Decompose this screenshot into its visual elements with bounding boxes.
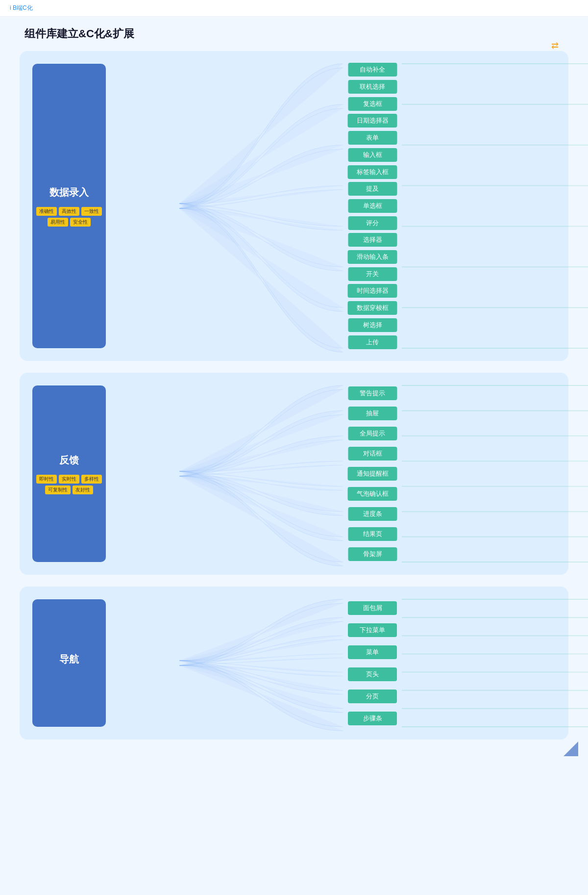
ftag-2: 多样性: [81, 475, 102, 484]
tag-0: 准确性: [36, 207, 57, 216]
breadcrumb: i B端C化: [10, 4, 33, 11]
btn-message[interactable]: 全局提示: [348, 427, 397, 440]
btn-drawer[interactable]: 抽屉: [348, 407, 397, 420]
flow-area-3: 面包屑 下拉菜单 菜单 页头 分页 步骤条 补充导航 可点击 快速导航 数据显示…: [106, 594, 588, 732]
flow-area-2: 警告提示 抽屉 全局提示 对话框 通知提醒框 气泡确认框 进度条 结果页 骨架屏…: [106, 381, 588, 567]
btn-taginput[interactable]: 标签输入框: [348, 165, 397, 179]
left-block-navigation: 导航: [32, 599, 106, 727]
section-title-feedback: 反馈: [59, 454, 79, 467]
tag-2: 一致性: [81, 207, 102, 216]
btn-transfer[interactable]: 数据穿梭框: [348, 301, 397, 315]
btn-slider[interactable]: 滑动输入条: [348, 250, 397, 264]
buttons-col-3: 面包屑 下拉菜单 菜单 页头 分页 步骤条: [348, 594, 397, 732]
btn-form[interactable]: 表单: [348, 131, 397, 145]
top-bar: i B端C化: [0, 0, 588, 17]
ftag-3: 可复制性: [45, 486, 71, 494]
tag-3: 易用性: [48, 218, 68, 227]
sankey-canvas-3: [106, 594, 588, 732]
section-feedback: 反馈 即时性 实时性 多样性 可复制性 友好性 警告提示 抽屉 全局提示 对话框…: [20, 373, 568, 575]
btn-notification[interactable]: 通知提醒框: [348, 467, 397, 481]
page-title: 组件库建立&C化&扩展: [0, 17, 588, 46]
btn-pagination[interactable]: 分页: [348, 690, 397, 703]
sankey-canvas-2: [106, 381, 588, 567]
buttons-col-1: 自动补全 联机选择 复选框 日期选择器 表单 输入框 标签输入框 提及 单选框 …: [348, 59, 397, 353]
ftag-0: 即时性: [36, 475, 57, 484]
btn-pagehead[interactable]: 页头: [348, 667, 397, 681]
tags-data-entry: 准确性 高效性 一致性 易用性 安全性: [36, 207, 102, 227]
btn-treeselect[interactable]: 树选择: [348, 318, 397, 332]
btn-upload[interactable]: 上传: [348, 335, 397, 349]
ftag-4: 友好性: [73, 486, 93, 494]
btn-rate[interactable]: 评分: [348, 216, 397, 230]
btn-select[interactable]: 选择器: [348, 233, 397, 247]
btn-menu[interactable]: 菜单: [348, 645, 397, 659]
btn-input[interactable]: 输入框: [348, 148, 397, 162]
left-block-feedback: 反馈 即时性 实时性 多样性 可复制性 友好性: [32, 385, 106, 562]
sankey-canvas-1: [106, 59, 588, 353]
section-navigation: 导航 面包屑 下拉菜单 菜单 页头 分页 步骤条 补充导航 可点击 快速导航 数…: [20, 587, 568, 740]
btn-dropdown[interactable]: 下拉菜单: [348, 623, 397, 637]
flow-area-1: 自动补全 联机选择 复选框 日期选择器 表单 输入框 标签输入框 提及 单选框 …: [106, 59, 588, 353]
tags-feedback: 即时性 实时性 多样性 可复制性 友好性: [36, 475, 102, 494]
btn-cascader[interactable]: 联机选择: [348, 80, 397, 94]
section-data-entry: 数据录入 准确性 高效性 一致性 易用性 安全性 自动补全 联机选择 复选框 日…: [20, 51, 568, 361]
tag-4: 安全性: [70, 218, 91, 227]
btn-modal[interactable]: 对话框: [348, 447, 397, 460]
section-title-data-entry: 数据录入: [49, 186, 89, 199]
btn-result[interactable]: 结果页: [348, 527, 397, 541]
btn-steps[interactable]: 步骤条: [348, 712, 397, 725]
btn-mention[interactable]: 提及: [348, 182, 397, 196]
bottom-decoration: [564, 742, 578, 756]
btn-popconfirm[interactable]: 气泡确认框: [348, 487, 397, 501]
btn-alert[interactable]: 警告提示: [348, 386, 397, 400]
btn-breadcrumb[interactable]: 面包屑: [348, 601, 397, 615]
section-title-navigation: 导航: [59, 653, 79, 666]
btn-checkbox[interactable]: 复选框: [348, 97, 397, 111]
btn-timepicker[interactable]: 时间选择器: [348, 284, 397, 298]
btn-radio[interactable]: 单选框: [348, 199, 397, 213]
btn-autocomplete[interactable]: 自动补全: [348, 63, 397, 77]
btn-datepicker[interactable]: 日期选择器: [348, 114, 397, 128]
btn-progress[interactable]: 进度条: [348, 507, 397, 521]
left-block-data-entry: 数据录入 准确性 高效性 一致性 易用性 安全性: [32, 64, 106, 348]
tag-1: 高效性: [59, 207, 79, 216]
buttons-col-2: 警告提示 抽屉 全局提示 对话框 通知提醒框 气泡确认框 进度条 结果页 骨架屏: [348, 381, 397, 567]
btn-switch[interactable]: 开关: [348, 267, 397, 281]
ftag-1: 实时性: [59, 475, 79, 484]
btn-skeleton[interactable]: 骨架屏: [348, 547, 397, 561]
